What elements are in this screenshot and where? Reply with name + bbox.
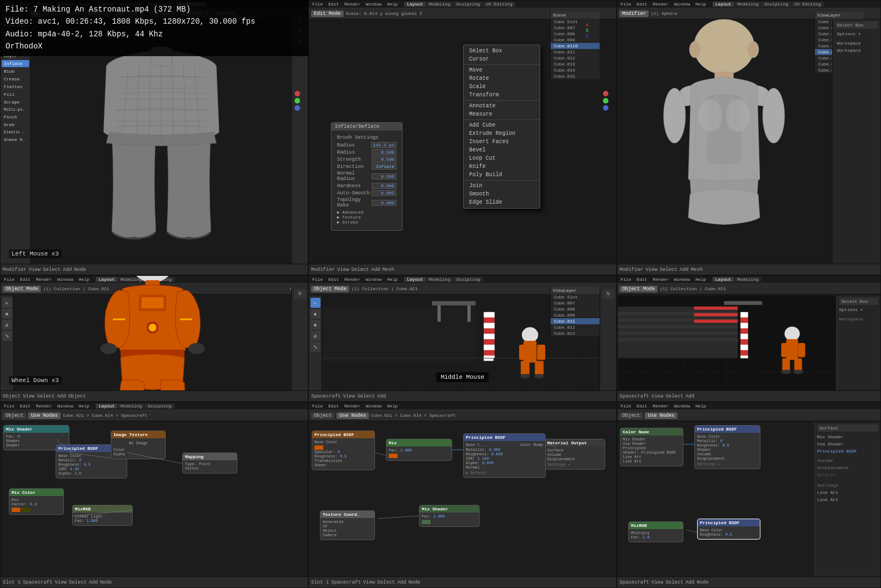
- nel-edit[interactable]: Edit: [19, 404, 31, 409]
- scene-item-8[interactable]: Cube.013: [551, 61, 600, 67]
- scene-item-10[interactable]: Cube.015: [551, 73, 600, 79]
- ren-options-btn[interactable]: Options ▾: [839, 306, 878, 313]
- select-box-btn[interactable]: Select Box: [835, 21, 878, 29]
- nem-bottom-node[interactable]: Texture Coord. Generated UV Object Camer…: [320, 510, 375, 540]
- brush-flatten[interactable]: Flatten: [2, 83, 29, 90]
- edit-file[interactable]: File: [311, 2, 324, 7]
- nem-mix-node[interactable]: Mix Fac: 1.000: [386, 439, 452, 461]
- edit-footer-select[interactable]: Select: [351, 267, 369, 273]
- head-footer-add[interactable]: Add: [679, 267, 688, 273]
- ss-footer-add[interactable]: Add: [377, 394, 386, 399]
- ren-footer-select[interactable]: Select: [666, 394, 683, 399]
- nem-window[interactable]: Window: [365, 404, 383, 409]
- head-tab-layout[interactable]: Layout: [713, 2, 734, 7]
- ctx-cursor[interactable]: Cursor: [464, 55, 540, 63]
- nem-edit[interactable]: Edit: [327, 404, 340, 409]
- ren-file[interactable]: File: [619, 277, 632, 282]
- node-editor-left[interactable]: File Edit Render Window Help Layout Mode…: [0, 402, 308, 588]
- viewport-head[interactable]: File Edit Render Window Help Layout Mode…: [617, 0, 881, 275]
- edit-window[interactable]: Window: [365, 2, 383, 7]
- node-editor-mid[interactable]: File Edit Render Window Help Object Use …: [308, 402, 617, 588]
- head-file[interactable]: File: [619, 2, 632, 7]
- ctx-transform[interactable]: Transform: [464, 91, 540, 99]
- ctx-edge-slide[interactable]: Edge Slide: [464, 198, 540, 206]
- sf-footer-add[interactable]: Add: [57, 394, 66, 399]
- sf-rotate-tool[interactable]: ↺: [2, 320, 12, 330]
- ner-principled-node[interactable]: Principled BSDF Base Color Metallic: 0 R…: [694, 425, 760, 469]
- sf-file[interactable]: File: [3, 277, 15, 282]
- ner-help[interactable]: Help: [694, 404, 707, 409]
- ctx-add-cube[interactable]: Add Cube: [464, 121, 540, 129]
- nem-material-output[interactable]: Material Output Surface Volume Displacem…: [545, 439, 605, 470]
- ner-selected-node[interactable]: Principled BSDF Base Color Roughness: 0.…: [697, 519, 760, 540]
- sf-canvas[interactable]: [14, 287, 291, 390]
- ner-footer-node[interactable]: Node: [697, 580, 709, 585]
- ctx-measure[interactable]: Measure: [464, 110, 540, 118]
- nel-use-nodes[interactable]: Use Nodes: [28, 412, 61, 419]
- head-render[interactable]: Render: [651, 2, 670, 7]
- sf-help[interactable]: Help: [78, 277, 90, 282]
- ss-window[interactable]: Window: [365, 277, 383, 282]
- ren-help[interactable]: Help: [694, 277, 707, 282]
- edit-tab-uv[interactable]: UV Editing: [483, 2, 515, 7]
- brush-fill[interactable]: Fill: [2, 91, 29, 98]
- viewport-suit-front[interactable]: File Edit Render Window Help Layout Mode…: [0, 275, 308, 402]
- head-footer-view[interactable]: View: [645, 267, 657, 273]
- nel-mix-color-node[interactable]: Mix Color Mix Factor: 0.5: [9, 488, 64, 515]
- ner-use-nodes[interactable]: Use Nodes: [645, 412, 677, 419]
- nem-help[interactable]: Help: [386, 404, 399, 409]
- ctx-annotate[interactable]: Annotate: [464, 102, 540, 110]
- viewport-edit[interactable]: File Edit Render Window Help Layout Mode…: [308, 0, 617, 275]
- ctx-knife[interactable]: Knife: [464, 162, 540, 171]
- ren-window[interactable]: Window: [673, 277, 691, 282]
- ctx-bevel[interactable]: Bevel: [464, 146, 540, 154]
- nel-graph[interactable]: Mix Shader Fac: 0 Shader Shader Principl…: [1, 422, 308, 576]
- ctx-poly-build[interactable]: Poly Build: [464, 171, 540, 179]
- brush-blob[interactable]: Blob: [2, 68, 29, 75]
- ctx-move[interactable]: Move: [464, 66, 540, 74]
- edit-footer-mesh[interactable]: Mesh: [382, 267, 394, 273]
- ner-footer-select[interactable]: Select: [666, 580, 683, 585]
- ss-item-1[interactable]: Cube Slot: [551, 294, 600, 300]
- ctx-scale[interactable]: Scale: [464, 83, 540, 91]
- ss-item-5[interactable]: Cube.011: [551, 318, 600, 324]
- ss-sidebar-icon[interactable]: N: [602, 289, 614, 299]
- edit-mode-btn[interactable]: Edit Mode: [311, 10, 344, 17]
- ner-edit[interactable]: Edit: [635, 404, 648, 409]
- ren-select-box-btn[interactable]: Select Box: [839, 298, 878, 305]
- footer-view[interactable]: View: [29, 267, 41, 273]
- brush-snake-hook[interactable]: Snake Hook: [2, 136, 29, 143]
- ren-footer-view[interactable]: View: [651, 394, 664, 399]
- brush-grab[interactable]: Grab: [2, 121, 29, 128]
- nem-footer-node[interactable]: Node: [409, 580, 421, 585]
- ss-cursor-tool[interactable]: ✚: [311, 309, 320, 319]
- edit-help[interactable]: Help: [386, 2, 399, 7]
- head-footer-select[interactable]: Select: [660, 267, 677, 273]
- head-edit[interactable]: Edit: [635, 2, 648, 7]
- node-editor-right[interactable]: File Edit Render Window Help Object Use …: [617, 402, 881, 588]
- nel-object-btn[interactable]: Object: [3, 412, 26, 419]
- ner-mix-bottom[interactable]: MixRGB Multiply Fac: 1.0: [628, 521, 683, 542]
- ctx-extrude[interactable]: Extrude Region: [464, 129, 540, 138]
- scene-item-1[interactable]: Cube Slot: [551, 19, 600, 25]
- head-tab-modeling[interactable]: Modeling: [735, 2, 761, 7]
- head-tab-uv[interactable]: UV Editing: [792, 2, 824, 7]
- ren-canvas[interactable]: [617, 296, 836, 390]
- nel-footer-node[interactable]: Node: [100, 580, 112, 585]
- nel-tab-sculpting[interactable]: Sculpting: [145, 404, 174, 409]
- head-canvas[interactable]: [617, 12, 831, 264]
- sf-window[interactable]: Window: [56, 277, 74, 282]
- nem-principled-bsdf[interactable]: Principled BSDF Base C... Color Bump Met…: [463, 433, 546, 478]
- ren-footer-add[interactable]: Add: [686, 394, 694, 399]
- brush-elastic[interactable]: Elastic Deform: [2, 129, 29, 135]
- head-help[interactable]: Help: [694, 2, 707, 7]
- brush-crease[interactable]: Crease: [2, 75, 29, 83]
- sf-sidebar-icon[interactable]: N: [294, 289, 306, 299]
- sf-footer-view[interactable]: View: [23, 394, 35, 399]
- edit-footer-add[interactable]: Add: [371, 267, 380, 273]
- ss-item-4[interactable]: Cube.099: [551, 312, 600, 318]
- viewport-suit-scene[interactable]: File Edit Render Window Help Layout Mode…: [308, 275, 617, 402]
- ss-tab-modeling[interactable]: Modeling: [426, 277, 453, 282]
- ss-item-7[interactable]: Cube.013: [551, 330, 600, 336]
- sf-select-tool[interactable]: ↖: [2, 298, 12, 308]
